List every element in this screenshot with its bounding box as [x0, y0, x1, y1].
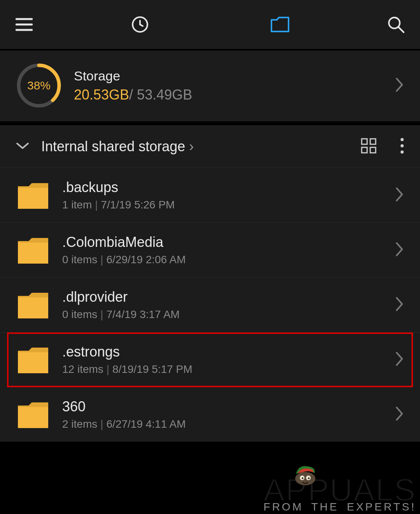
- folder-date: 7/4/19 3:17 AM: [107, 308, 180, 320]
- folder-meta: .dlprovider 0 items|7/4/19 3:17 AM: [62, 289, 395, 321]
- folder-icon: [16, 178, 51, 213]
- row-chevron: [395, 406, 404, 423]
- folder-item-count: 0 items: [62, 254, 97, 266]
- folder-row[interactable]: .backups 1 item|7/1/19 5:26 PM: [0, 168, 420, 223]
- storage-title: Storage: [74, 68, 192, 84]
- svg-point-12: [401, 138, 404, 141]
- row-chevron: [395, 187, 404, 204]
- folder-icon: [16, 233, 51, 267]
- folder-outline-icon: [270, 16, 290, 33]
- row-chevron: [395, 351, 404, 368]
- breadcrumb-toolbar: Internal shared storage: [0, 125, 420, 168]
- file-list: .backups 1 item|7/1/19 5:26 PM .Colombia…: [0, 168, 420, 442]
- folder-row[interactable]: 360 2 items|6/27/19 4:11 AM: [0, 387, 420, 442]
- storage-progress-ring: 38%: [16, 62, 62, 109]
- svg-rect-11: [370, 147, 376, 153]
- view-toggle-button[interactable]: [361, 138, 376, 155]
- folder-name: .ColombiaMedia: [62, 234, 395, 250]
- folder-name: 360: [62, 399, 395, 415]
- folder-icon: [16, 397, 51, 432]
- expand-button[interactable]: [16, 141, 30, 152]
- folder-meta: .ColombiaMedia 0 items|6/29/19 2:06 AM: [62, 234, 395, 266]
- folder-date: 6/29/19 2:06 AM: [107, 254, 186, 266]
- more-options-button[interactable]: [400, 137, 404, 156]
- folder-icon: [16, 342, 51, 377]
- menu-button[interactable]: [0, 0, 70, 49]
- svg-point-14: [401, 150, 404, 154]
- storage-used: 20.53GB: [74, 87, 129, 103]
- folder-item-count: 1 item: [62, 199, 92, 211]
- folder-subtitle: 2 items|6/27/19 4:11 AM: [62, 418, 395, 430]
- svg-point-19: [308, 477, 309, 479]
- watermark: APPUALS FROM THE EXPERTS!: [264, 479, 416, 513]
- tab-files[interactable]: [210, 0, 350, 49]
- row-chevron: [395, 296, 404, 313]
- chevron-down-icon: [16, 141, 30, 150]
- folder-date: 7/1/19 5:26 PM: [101, 199, 175, 211]
- svg-point-17: [306, 476, 311, 480]
- search-button[interactable]: [350, 0, 420, 49]
- more-vert-icon: [400, 137, 404, 154]
- svg-point-13: [401, 144, 404, 147]
- folder-meta: .estrongs 12 items|8/19/19 5:17 PM: [62, 344, 395, 376]
- folder-item-count: 12 items: [62, 363, 103, 375]
- folder-meta: 360 2 items|6/27/19 4:11 AM: [62, 399, 395, 430]
- folder-subtitle: 0 items|6/29/19 2:06 AM: [62, 254, 395, 266]
- search-icon: [387, 16, 404, 33]
- tab-recent[interactable]: [70, 0, 210, 49]
- clock-icon: [131, 16, 149, 33]
- svg-line-5: [399, 27, 404, 32]
- hamburger-icon: [16, 17, 33, 31]
- folder-row[interactable]: .dlprovider 0 items|7/4/19 3:17 AM: [0, 278, 420, 332]
- folder-meta: .backups 1 item|7/1/19 5:26 PM: [62, 179, 395, 211]
- folder-name: .dlprovider: [62, 289, 395, 305]
- svg-point-15: [295, 472, 315, 485]
- folder-subtitle: 1 item|7/1/19 5:26 PM: [62, 199, 395, 211]
- svg-rect-10: [362, 147, 367, 153]
- storage-percent: 38%: [16, 62, 62, 109]
- folder-name: .backups: [62, 179, 395, 196]
- storage-chevron: [395, 77, 404, 94]
- storage-total: / 53.49GB: [129, 87, 192, 103]
- watermark-mascot-icon: [290, 462, 320, 486]
- top-app-bar: [0, 0, 420, 51]
- folder-name: .estrongs: [62, 344, 395, 360]
- storage-summary[interactable]: 38% Storage 20.53GB/ 53.49GB: [0, 51, 420, 121]
- folder-subtitle: 0 items|7/4/19 3:17 AM: [62, 308, 395, 321]
- folder-icon: [16, 287, 51, 322]
- watermark-brand: APPUALS: [264, 479, 416, 501]
- svg-point-16: [300, 476, 304, 480]
- folder-date: 6/27/19 4:11 AM: [107, 418, 186, 430]
- folder-item-count: 0 items: [62, 308, 97, 320]
- folder-row[interactable]: .estrongs 12 items|8/19/19 5:17 PM: [7, 332, 413, 387]
- svg-rect-8: [362, 139, 367, 144]
- storage-texts: Storage 20.53GB/ 53.49GB: [74, 68, 192, 103]
- svg-point-18: [301, 477, 303, 479]
- folder-subtitle: 12 items|8/19/19 5:17 PM: [62, 363, 395, 376]
- folder-date: 8/19/19 5:17 PM: [112, 363, 192, 375]
- grid-icon: [361, 138, 376, 154]
- row-chevron: [395, 241, 404, 259]
- breadcrumb-location[interactable]: Internal shared storage: [41, 138, 194, 155]
- folder-row[interactable]: .ColombiaMedia 0 items|6/29/19 2:06 AM: [0, 223, 420, 278]
- svg-rect-9: [370, 139, 376, 144]
- folder-item-count: 2 items: [62, 418, 97, 430]
